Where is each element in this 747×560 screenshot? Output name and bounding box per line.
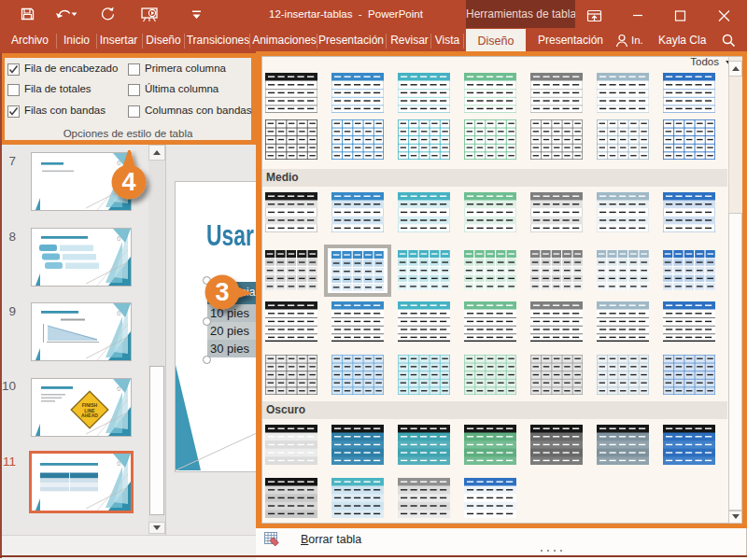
svg-text:6: 6 <box>117 234 121 243</box>
svg-text:6: 6 <box>117 459 121 468</box>
svg-text:In.: In. <box>631 35 643 46</box>
svg-text:AHEAD: AHEAD <box>81 413 98 418</box>
svg-text:Kayla Cla: Kayla Cla <box>658 34 707 47</box>
svg-text:4: 4 <box>121 168 135 196</box>
svg-text:6: 6 <box>117 385 121 393</box>
svg-text:6: 6 <box>117 309 121 317</box>
svg-text:3: 3 <box>215 278 229 306</box>
